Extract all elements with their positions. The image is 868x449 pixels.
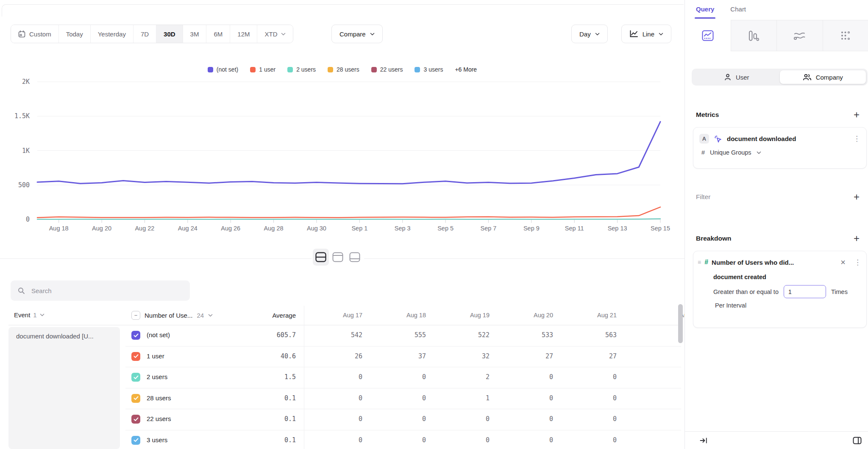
scope-option-company[interactable]: Company bbox=[780, 70, 866, 84]
range-7d[interactable]: 7D bbox=[134, 25, 156, 43]
range-12m[interactable]: 12M bbox=[230, 25, 257, 43]
check-icon bbox=[134, 396, 139, 400]
event-column-dropdown[interactable]: Event 1 bbox=[14, 311, 45, 319]
series-checkbox[interactable] bbox=[131, 331, 140, 340]
chevron-down-icon bbox=[208, 314, 213, 317]
value-cell: 0 bbox=[490, 436, 553, 444]
range-yesterday[interactable]: Yesterday bbox=[91, 25, 134, 43]
value-cell: 0 bbox=[490, 394, 553, 402]
scope-toggle: User Company bbox=[692, 69, 868, 86]
svg-text:Sep 13: Sep 13 bbox=[608, 225, 627, 232]
chevron-down-icon bbox=[757, 151, 761, 154]
calendar-icon bbox=[18, 30, 25, 38]
tab-funnels[interactable] bbox=[731, 20, 777, 51]
value-cell: 0 bbox=[490, 373, 553, 381]
top-panel-view-toggle[interactable] bbox=[330, 249, 346, 266]
event-name-cell[interactable]: document downloaded [U... bbox=[8, 327, 120, 449]
range-custom[interactable]: Custom bbox=[11, 25, 59, 43]
value-cell: 0 bbox=[426, 436, 490, 444]
metric-kebab-menu[interactable]: ⋮ bbox=[853, 135, 860, 142]
svg-text:Aug 24: Aug 24 bbox=[178, 225, 198, 232]
svg-text:Sep 3: Sep 3 bbox=[395, 225, 411, 232]
funnel-icon bbox=[748, 30, 760, 42]
range-today[interactable]: Today bbox=[59, 25, 91, 43]
value-cell: 32 bbox=[426, 352, 490, 360]
granularity-button[interactable]: Day bbox=[571, 25, 608, 43]
metric-card-row: A document downloaded ⋮ bbox=[693, 127, 866, 144]
value-cell: 1 bbox=[426, 394, 490, 402]
series-checkbox[interactable] bbox=[131, 352, 140, 361]
chart-style-button[interactable]: Line bbox=[621, 25, 671, 43]
table-vertical-scrollbar[interactable] bbox=[678, 304, 683, 343]
chevron-down-icon bbox=[659, 33, 663, 36]
scope-option-user[interactable]: User bbox=[693, 70, 780, 84]
per-interval-label[interactable]: Per Interval bbox=[693, 298, 866, 309]
range-xtd[interactable]: XTD bbox=[257, 25, 293, 43]
value-cell: 0 bbox=[362, 394, 426, 402]
series-header-label[interactable]: Number of Use... bbox=[145, 312, 192, 319]
value-cell: 563 bbox=[553, 331, 617, 339]
breakdown-condition-row: Greater than or equal to Times bbox=[693, 280, 866, 298]
user-icon bbox=[724, 73, 732, 81]
collapse-panel-button[interactable] bbox=[700, 437, 708, 444]
times-value-input[interactable] bbox=[784, 285, 826, 298]
select-all-checkbox[interactable]: − bbox=[131, 311, 140, 320]
compare-button[interactable]: Compare bbox=[331, 25, 383, 43]
add-metric-button[interactable]: + bbox=[854, 111, 860, 119]
drag-handle-icon[interactable]: ≡ bbox=[698, 259, 701, 265]
chart-style-label: Line bbox=[643, 30, 654, 38]
row-values: 000000 bbox=[299, 436, 699, 444]
date-column-header: Aug 18 bbox=[362, 312, 426, 319]
breakdown-card: ≡ # Number of Users who did... × ⋮ docum… bbox=[693, 251, 867, 328]
side-panel-toggle-button[interactable] bbox=[853, 437, 862, 444]
split-view-toggle[interactable] bbox=[313, 249, 329, 266]
svg-text:Aug 30: Aug 30 bbox=[307, 225, 326, 232]
metric-event-name[interactable]: document downloaded bbox=[727, 135, 849, 142]
range-30d[interactable]: 30D bbox=[156, 25, 183, 43]
date-column-header: Aug 17 bbox=[299, 312, 362, 319]
tab-query[interactable]: Query bbox=[696, 6, 714, 18]
split-view-icon bbox=[315, 252, 326, 262]
condition-label[interactable]: Greater than or equal to bbox=[713, 288, 779, 295]
add-filter-button[interactable]: + bbox=[854, 193, 860, 201]
tab-flows[interactable] bbox=[823, 20, 868, 51]
retention-icon bbox=[793, 30, 806, 41]
tab-retention[interactable] bbox=[776, 20, 823, 51]
add-breakdown-button[interactable]: + bbox=[854, 234, 860, 243]
table-row: 22 users0.1000000 bbox=[125, 409, 681, 430]
value-cell: 27 bbox=[490, 352, 553, 360]
tab-chart[interactable]: Chart bbox=[730, 6, 746, 18]
breakdown-card-header: ≡ # Number of Users who did... × ⋮ bbox=[693, 251, 866, 266]
chart-controls: Day Line bbox=[571, 25, 671, 43]
series-checkbox[interactable] bbox=[131, 415, 140, 424]
range-3m[interactable]: 3M bbox=[183, 25, 207, 43]
average-value: 605.7 bbox=[265, 331, 296, 339]
search-input[interactable] bbox=[31, 287, 183, 295]
series-count: 24 bbox=[197, 312, 204, 319]
sidebar-bottom-bar bbox=[685, 431, 868, 449]
range-6m[interactable]: 6M bbox=[206, 25, 230, 43]
value-cell: 555 bbox=[362, 331, 426, 339]
table-body: (not set)605.75425555225335635381 user40… bbox=[125, 325, 681, 449]
metrics-title: Metrics bbox=[696, 111, 719, 119]
breakdown-kebab-menu[interactable]: ⋮ bbox=[854, 259, 861, 266]
check-icon bbox=[134, 438, 139, 442]
series-checkbox[interactable] bbox=[131, 373, 140, 382]
search-icon bbox=[18, 287, 25, 294]
row-values: 542555522533563538 bbox=[299, 331, 699, 339]
svg-text:Sep 1: Sep 1 bbox=[351, 225, 367, 232]
breakdown-property-name[interactable]: Number of Users who did... bbox=[712, 259, 837, 266]
aggregation-dropdown[interactable]: # Unique Groups bbox=[693, 144, 866, 156]
line-chart: 05001K1.5K2KAug 18Aug 20Aug 22Aug 24Aug … bbox=[0, 59, 684, 241]
remove-breakdown-button[interactable]: × bbox=[840, 258, 846, 266]
bottom-panel-view-toggle[interactable] bbox=[347, 249, 363, 266]
breakdown-event-name[interactable]: document created bbox=[693, 266, 866, 280]
breakdown-section-header: Breakdown + bbox=[696, 233, 860, 244]
date-column-header: Aug 19 bbox=[426, 312, 490, 319]
value-cell: 37 bbox=[362, 352, 426, 360]
tab-insights[interactable] bbox=[685, 20, 731, 51]
series-checkbox[interactable] bbox=[131, 436, 140, 445]
value-cell: 0 bbox=[490, 415, 553, 423]
series-checkbox[interactable] bbox=[131, 394, 140, 403]
average-column-header: Average bbox=[242, 312, 296, 319]
